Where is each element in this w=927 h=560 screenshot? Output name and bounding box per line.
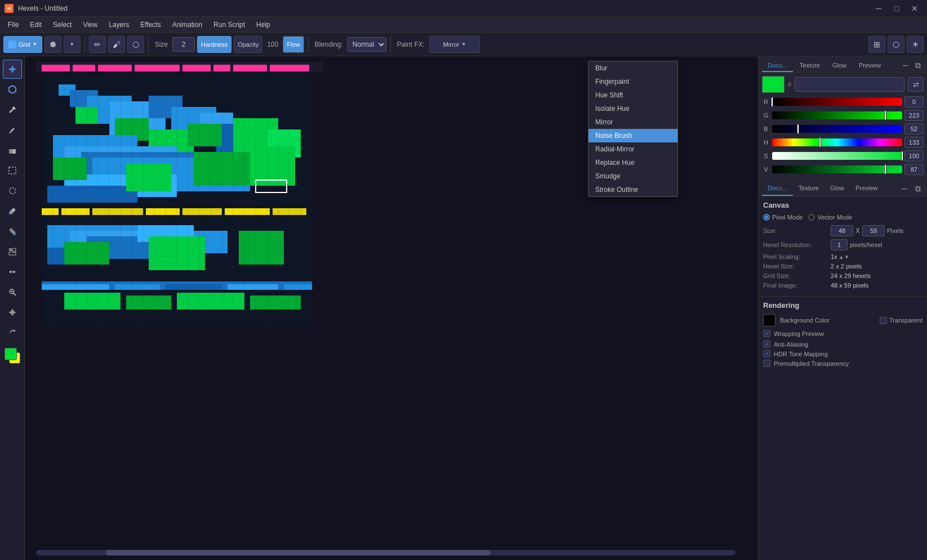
color-preview-swatch[interactable] bbox=[762, 76, 785, 93]
shape-tool-button[interactable] bbox=[3, 242, 22, 261]
doc-panel-minimize[interactable]: ─ bbox=[899, 183, 910, 194]
zoom-icon bbox=[8, 288, 17, 297]
doc-tab-document[interactable]: Docu... bbox=[762, 181, 793, 196]
color-swap-button[interactable]: ⇄ bbox=[908, 77, 924, 92]
v-slider-thumb[interactable] bbox=[884, 164, 886, 174]
menu-file[interactable]: File bbox=[2, 19, 24, 31]
rotate-tool-button[interactable] bbox=[3, 323, 22, 342]
vector-mode-option[interactable]: Vector Mode bbox=[808, 214, 852, 221]
s-slider[interactable] bbox=[772, 152, 902, 160]
select-hex-tool-button[interactable] bbox=[3, 181, 22, 200]
r-slider-thumb[interactable] bbox=[771, 97, 773, 107]
paintfx-replace-hue[interactable]: Replace Hue bbox=[589, 156, 678, 169]
pixel-canvas[interactable] bbox=[36, 62, 323, 338]
canvas-scrollbar-h[interactable] bbox=[36, 550, 736, 555]
zoom-tool-button[interactable] bbox=[3, 283, 22, 302]
h-slider-thumb[interactable] bbox=[819, 137, 821, 147]
menu-effects[interactable]: Effects bbox=[135, 19, 166, 31]
canvas-width-input[interactable] bbox=[831, 225, 853, 236]
stamp-tool-button[interactable]: ⬡ bbox=[127, 36, 144, 53]
doc-tab-preview[interactable]: Preview bbox=[850, 181, 883, 196]
v-value: 87 bbox=[904, 164, 924, 175]
transform-tool-button[interactable] bbox=[3, 262, 22, 281]
hex-grid-tool-button[interactable] bbox=[3, 80, 22, 99]
menu-animation[interactable]: Animation bbox=[167, 19, 208, 31]
color-panel-minimize[interactable]: ─ bbox=[900, 60, 911, 71]
hex-view-button[interactable]: ⬡ bbox=[888, 36, 904, 53]
menu-help[interactable]: Help bbox=[251, 19, 276, 31]
v-slider[interactable] bbox=[772, 165, 902, 173]
paintfx-blur[interactable]: Blur bbox=[589, 61, 678, 75]
transparent-checkbox[interactable] bbox=[880, 317, 887, 324]
color-panel-expand[interactable]: ⧉ bbox=[912, 60, 924, 71]
eyedropper-tool-button[interactable] bbox=[3, 201, 22, 221]
paintfx-button[interactable]: Mirror ▼ bbox=[429, 36, 480, 53]
doc-tabs: Docu... Texture Glow Preview ─ ⧉ bbox=[759, 181, 927, 196]
brush-dot-button[interactable] bbox=[44, 36, 61, 53]
color-tabs: Docu... Texture Glow Preview ─ ⧉ bbox=[762, 60, 924, 73]
bg-color-swatch[interactable] bbox=[763, 314, 776, 326]
color-hex-input[interactable]: 00df34 bbox=[795, 77, 904, 92]
close-button[interactable]: ✕ bbox=[907, 3, 922, 14]
size-input[interactable] bbox=[172, 37, 195, 52]
pixel-mode-radio[interactable] bbox=[763, 214, 770, 221]
paintfx-fingerpaint[interactable]: Fingerpaint bbox=[589, 75, 678, 88]
r-slider[interactable] bbox=[772, 98, 902, 106]
paintfx-mirror[interactable]: Mirror bbox=[589, 115, 678, 129]
flow-button[interactable]: Flow bbox=[283, 36, 304, 53]
hexel-res-input[interactable] bbox=[831, 239, 848, 250]
vector-mode-radio[interactable] bbox=[808, 214, 815, 221]
menu-edit[interactable]: Edit bbox=[24, 19, 47, 31]
g-slider[interactable] bbox=[772, 111, 902, 119]
color-tab-preview[interactable]: Preview bbox=[853, 60, 886, 72]
pan-tool-button[interactable] bbox=[3, 303, 22, 322]
g-slider-thumb[interactable] bbox=[884, 110, 886, 120]
color-tab-document[interactable]: Docu... bbox=[762, 60, 793, 72]
color-tab-glow[interactable]: Glow bbox=[827, 60, 852, 72]
menu-layers[interactable]: Layers bbox=[103, 19, 135, 31]
paintfx-smudge[interactable]: Smudge bbox=[589, 169, 678, 183]
canvas-height-input[interactable] bbox=[862, 225, 885, 236]
brush-stroke-tool-button[interactable] bbox=[3, 120, 22, 140]
anti-aliasing-checkbox[interactable] bbox=[763, 341, 770, 348]
scroll-thumb-horizontal[interactable] bbox=[106, 550, 491, 555]
fill-tool-button[interactable] bbox=[3, 222, 22, 241]
menu-view[interactable]: View bbox=[77, 19, 103, 31]
menu-select[interactable]: Select bbox=[47, 19, 77, 31]
color-tab-texture[interactable]: Texture bbox=[794, 60, 826, 72]
minimize-button[interactable]: ─ bbox=[871, 3, 886, 14]
doc-tab-glow[interactable]: Glow bbox=[825, 181, 850, 196]
b-slider[interactable] bbox=[772, 125, 902, 133]
pencil-tool-button[interactable]: ✏ bbox=[89, 36, 106, 53]
move-tool-button[interactable] bbox=[3, 60, 22, 79]
s-slider-thumb[interactable] bbox=[901, 151, 903, 161]
h-slider[interactable] bbox=[772, 138, 902, 146]
hdr-checkbox[interactable] bbox=[763, 350, 770, 357]
paintfx-radial-mirror[interactable]: Radial-Mirror bbox=[589, 142, 678, 156]
primary-color-swatch[interactable] bbox=[5, 348, 17, 360]
pixel-mode-option[interactable]: Pixel Mode bbox=[763, 214, 803, 221]
grid-type-button[interactable]: Grid ▼ bbox=[3, 36, 42, 53]
doc-panel-expand[interactable]: ⧉ bbox=[912, 183, 924, 194]
brush-dropdown-button[interactable]: ▼ bbox=[64, 36, 81, 53]
paintfx-stroke-outline[interactable]: Stroke Outline bbox=[589, 183, 678, 196]
menu-run-script[interactable]: Run Script bbox=[208, 19, 251, 31]
doc-tab-texture[interactable]: Texture bbox=[793, 181, 825, 196]
eraser-tool-button[interactable] bbox=[3, 141, 22, 160]
hardness-button[interactable]: Hardness bbox=[197, 36, 231, 53]
pencil-tool-button[interactable] bbox=[3, 100, 22, 119]
opacity-button[interactable]: Opacity bbox=[234, 36, 262, 53]
grid-view-button[interactable]: ⊞ bbox=[868, 36, 885, 53]
wrapping-checkbox[interactable] bbox=[763, 330, 770, 337]
select-rect-tool-button[interactable] bbox=[3, 161, 22, 180]
paintfx-isolate-hue[interactable]: Isolate Hue bbox=[589, 102, 678, 115]
blending-select[interactable]: Normal bbox=[347, 37, 386, 52]
settings-button[interactable]: ☀ bbox=[907, 36, 924, 53]
brush-tool-button[interactable]: 🖌 bbox=[108, 36, 125, 53]
premultiplied-checkbox[interactable] bbox=[763, 360, 770, 367]
pixel-scaling-arrows[interactable]: ▲▼ bbox=[839, 254, 850, 260]
paintfx-hue-shift[interactable]: Hue Shift bbox=[589, 88, 678, 102]
paintfx-noise-brush[interactable]: Noise Brush bbox=[589, 129, 678, 142]
maximize-button[interactable]: □ bbox=[889, 3, 904, 14]
b-slider-thumb[interactable] bbox=[797, 124, 799, 134]
